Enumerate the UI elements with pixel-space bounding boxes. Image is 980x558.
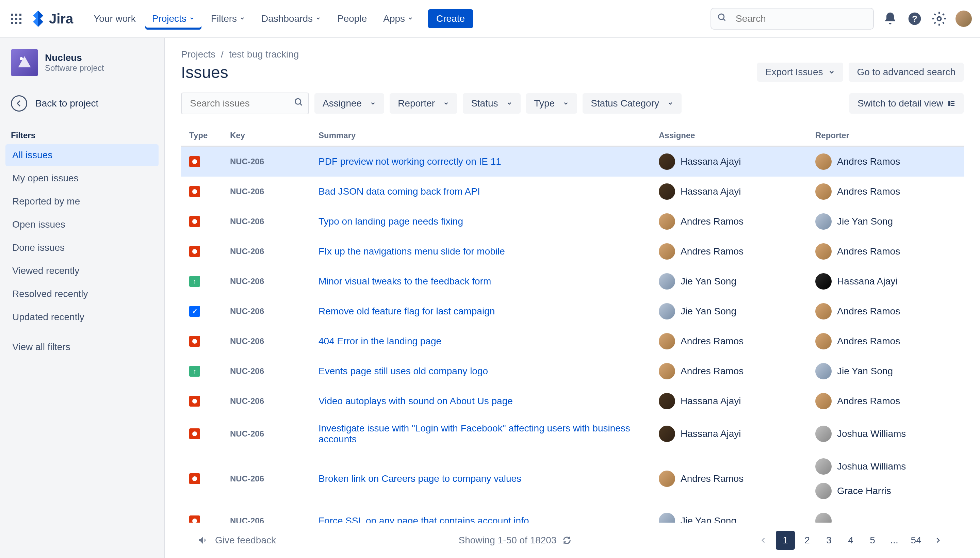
issue-summary-link[interactable]: Remove old feature flag for last campaig… (318, 306, 495, 317)
filter-type-button[interactable]: Type (526, 93, 578, 114)
refresh-icon[interactable] (562, 535, 572, 545)
issue-summary-link[interactable]: Events page still uses old company logo (318, 366, 488, 376)
jira-logo[interactable]: Jira (30, 11, 73, 27)
nav-item-your-work[interactable]: Your work (87, 8, 142, 30)
reporter-cell[interactable]: Andres Ramos (815, 243, 955, 259)
settings-button[interactable] (931, 11, 947, 27)
issue-summary-link[interactable]: Minor visual tweaks to the feedback form (318, 276, 491, 287)
notifications-button[interactable] (882, 11, 898, 27)
back-to-project-link[interactable]: Back to project (5, 90, 159, 117)
table-row[interactable]: NUC-206Broken link on Careers page to co… (181, 451, 964, 506)
issue-summary-link[interactable]: Broken link on Careers page to company v… (318, 473, 521, 484)
reporter-cell[interactable]: Andres Ramos (815, 333, 955, 350)
assignee-cell[interactable]: Jie Yan Song (659, 273, 799, 290)
issue-key[interactable]: NUC-206 (222, 177, 310, 207)
table-row[interactable]: NUC-206Video autoplays with sound on Abo… (181, 386, 964, 416)
create-button[interactable]: Create (428, 9, 473, 28)
export-issues-button[interactable]: Export Issues (757, 62, 844, 82)
switch-view-button[interactable]: Switch to detail view (849, 93, 964, 114)
page-4-button[interactable]: 4 (841, 531, 860, 550)
issue-summary-link[interactable]: PDF preview not working correctly on IE … (318, 156, 501, 167)
assignee-cell[interactable]: Andres Ramos (659, 471, 799, 487)
table-row[interactable]: NUC-206FIx up the navigations menu slide… (181, 236, 964, 266)
issue-key[interactable]: NUC-206 (222, 451, 310, 506)
assignee-cell[interactable]: Andres Ramos (659, 363, 799, 379)
page-3-button[interactable]: 3 (819, 531, 839, 550)
filter-assignee-button[interactable]: Assignee (314, 93, 384, 114)
filter-reporter-button[interactable]: Reporter (390, 93, 457, 114)
nav-item-people[interactable]: People (330, 8, 374, 30)
assignee-cell[interactable]: Andres Ramos (659, 213, 799, 230)
help-button[interactable]: ? (906, 11, 923, 27)
sidebar-filter-my-open-issues[interactable]: My open issues (5, 167, 159, 189)
issue-summary-link[interactable]: Video autoplays with sound on About Us p… (318, 396, 513, 406)
issue-key[interactable]: NUC-206 (222, 416, 310, 451)
reporter-cell[interactable]: Jie Yan Song (815, 213, 955, 230)
page-2-button[interactable]: 2 (798, 531, 817, 550)
filter-status-category-button[interactable]: Status Category (583, 93, 681, 114)
assignee-cell[interactable]: Hassana Ajayi (659, 393, 799, 409)
nav-item-dashboards[interactable]: Dashboards (254, 8, 328, 30)
sidebar-filter-reported-by-me[interactable]: Reported by me (5, 190, 159, 212)
reporter-cell[interactable]: Andres Ramos (815, 393, 955, 409)
page-5-button[interactable]: 5 (863, 531, 882, 550)
table-row[interactable]: NUC-206Bad JSON data coming back from AP… (181, 177, 964, 207)
reporter-cell[interactable]: Joshua Williams (815, 458, 955, 474)
sidebar-filter-viewed-recently[interactable]: Viewed recently (5, 260, 159, 282)
issue-key[interactable]: NUC-206 (222, 506, 310, 523)
sidebar-filter-open-issues[interactable]: Open issues (5, 214, 159, 235)
page-prev-button[interactable] (754, 531, 773, 550)
assignee-cell[interactable]: Andres Ramos (659, 243, 799, 259)
reporter-cell[interactable]: Hassana Ajayi (815, 273, 955, 290)
table-row[interactable]: NUC-206Force SSL on any page that contai… (181, 506, 964, 523)
table-row[interactable]: ✓NUC-206Remove old feature flag for last… (181, 296, 964, 326)
issue-key[interactable]: NUC-206 (222, 356, 310, 386)
reporter-cell[interactable] (815, 513, 955, 523)
issue-summary-link[interactable]: 404 Error in the landing page (318, 336, 442, 346)
nav-item-apps[interactable]: Apps (376, 8, 420, 30)
column-header-summary[interactable]: Summary (310, 125, 651, 146)
breadcrumb-root[interactable]: Projects (181, 49, 215, 60)
nav-item-projects[interactable]: Projects (145, 8, 202, 30)
issue-key[interactable]: NUC-206 (222, 207, 310, 236)
table-row[interactable]: NUC-206Typo on landing page needs fixing… (181, 207, 964, 236)
reporter-cell[interactable]: Grace Harris (815, 483, 955, 499)
assignee-cell[interactable]: Jie Yan Song (659, 513, 799, 523)
page-next-button[interactable] (928, 531, 947, 550)
issue-key[interactable]: NUC-206 (222, 386, 310, 416)
view-all-filters-link[interactable]: View all filters (5, 336, 159, 358)
table-row[interactable]: ↑NUC-206Events page still uses old compa… (181, 356, 964, 386)
column-header-assignee[interactable]: Assignee (651, 125, 807, 146)
sidebar-filter-done-issues[interactable]: Done issues (5, 237, 159, 259)
reporter-cell[interactable]: Joshua Williams (815, 426, 955, 442)
app-switcher-button[interactable] (8, 11, 25, 27)
filter-status-button[interactable]: Status (463, 93, 520, 114)
table-row[interactable]: NUC-206404 Error in the landing pageAndr… (181, 326, 964, 356)
global-search-input[interactable] (711, 8, 874, 30)
sidebar-filter-all-issues[interactable]: All issues (5, 144, 159, 166)
reporter-cell[interactable]: Andres Ramos (815, 153, 955, 170)
issue-summary-link[interactable]: Force SSL on any page that contains acco… (318, 515, 529, 523)
profile-avatar[interactable] (955, 11, 972, 27)
sidebar-filter-updated-recently[interactable]: Updated recently (5, 306, 159, 328)
sidebar-filter-resolved-recently[interactable]: Resolved recently (5, 283, 159, 305)
column-header-key[interactable]: Key (222, 125, 310, 146)
reporter-cell[interactable]: Andres Ramos (815, 184, 955, 200)
table-row[interactable]: NUC-206Investigate issue with "Login wit… (181, 416, 964, 451)
issue-key[interactable]: NUC-206 (222, 326, 310, 356)
assignee-cell[interactable]: Jie Yan Song (659, 303, 799, 320)
reporter-cell[interactable]: Jie Yan Song (815, 363, 955, 379)
issue-summary-link[interactable]: Investigate issue with "Login with Faceb… (318, 423, 630, 444)
issue-key[interactable]: NUC-206 (222, 296, 310, 326)
issue-key[interactable]: NUC-206 (222, 266, 310, 296)
issue-summary-link[interactable]: Typo on landing page needs fixing (318, 216, 463, 226)
advanced-search-button[interactable]: Go to advanced search (849, 62, 964, 82)
assignee-cell[interactable]: Hassana Ajayi (659, 184, 799, 200)
give-feedback-link[interactable]: Give feedback (197, 534, 276, 547)
issue-key[interactable]: NUC-206 (222, 146, 310, 177)
assignee-cell[interactable]: Hassana Ajayi (659, 426, 799, 442)
column-header-type[interactable]: Type (181, 125, 222, 146)
assignee-cell[interactable]: Hassana Ajayi (659, 153, 799, 170)
issue-key[interactable]: NUC-206 (222, 236, 310, 266)
column-header-reporter[interactable]: Reporter (807, 125, 964, 146)
